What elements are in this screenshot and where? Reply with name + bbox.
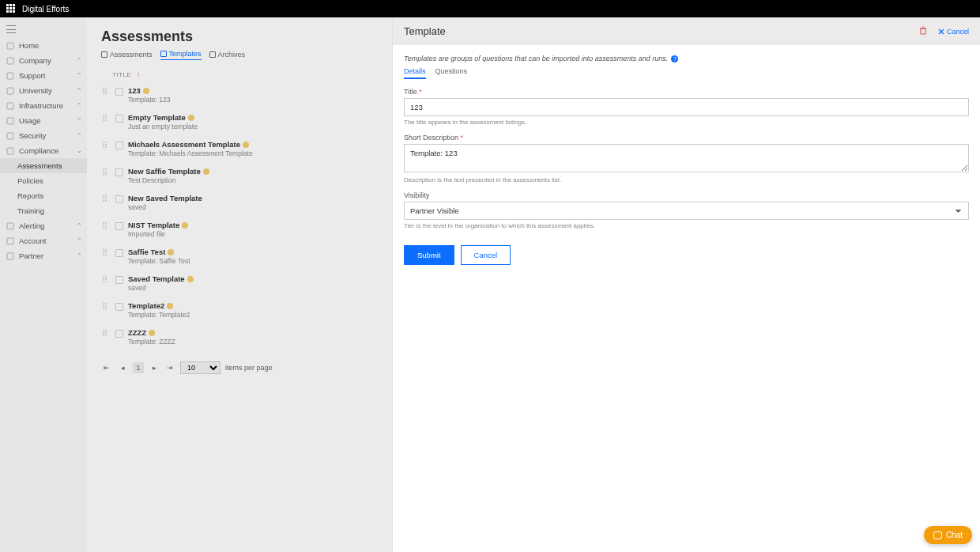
tab-icon	[160, 51, 167, 57]
drag-handle-icon[interactable]	[103, 276, 111, 284]
page-size-label: items per page	[225, 364, 273, 372]
delete-icon[interactable]	[919, 26, 927, 36]
sidebar-subitem-training[interactable]: Training	[0, 203, 87, 218]
top-bar: Digital Efforts	[0, 0, 980, 17]
chevron-up-icon: ⌃	[77, 57, 82, 64]
apps-grid-icon[interactable]	[6, 4, 16, 13]
visibility-select[interactable]: Partner Visible	[404, 202, 969, 220]
list-icon	[115, 88, 123, 96]
tab-icon	[101, 51, 107, 58]
list-icon	[115, 249, 123, 257]
sidebar-item-label: Home	[19, 41, 39, 50]
template-panel: Template Cancel Templates are groups of …	[392, 17, 980, 552]
svg-rect-11	[921, 28, 925, 34]
sidebar-subitem-reports[interactable]: Reports	[0, 188, 87, 203]
tab-archives[interactable]: Archives	[209, 51, 246, 60]
sidebar-item-university[interactable]: University⌃	[0, 83, 87, 98]
chevron-up-icon: ⌃	[77, 237, 82, 244]
status-badge	[182, 222, 188, 229]
nav-icon	[6, 252, 14, 260]
sidebar-item-account[interactable]: Account⌃	[0, 233, 87, 248]
panel-header: Template Cancel	[393, 17, 980, 45]
title-label: Title *	[404, 88, 969, 96]
drag-handle-icon[interactable]	[103, 168, 111, 176]
brand-name: Digital Efforts	[22, 5, 69, 13]
nav-icon	[6, 117, 14, 125]
status-badge	[188, 115, 194, 121]
visibility-hint: Tier is the level in the organization to…	[404, 222, 969, 229]
nav-icon	[6, 87, 14, 95]
sidebar-item-label: Usage	[19, 116, 40, 125]
sidebar-item-label: Infrastructure	[19, 101, 63, 110]
list-icon	[115, 222, 123, 230]
chat-widget[interactable]: Chat	[924, 526, 972, 544]
desc-input[interactable]	[404, 144, 969, 172]
help-icon[interactable]: ?	[671, 55, 678, 62]
tab-details[interactable]: Details	[404, 67, 426, 79]
status-badge	[243, 142, 249, 148]
list-icon	[115, 276, 123, 284]
panel-cancel[interactable]: Cancel	[938, 28, 969, 36]
drag-handle-icon[interactable]	[103, 222, 111, 230]
drag-handle-icon[interactable]	[103, 330, 111, 338]
submit-button[interactable]: Submit	[404, 245, 454, 265]
sort-ascending-icon: ↑	[137, 71, 141, 78]
svg-rect-1	[7, 58, 13, 64]
sidebar-item-alerting[interactable]: Alerting⌃	[0, 218, 87, 233]
tab-templates[interactable]: Templates	[160, 50, 202, 60]
status-badge	[168, 249, 174, 255]
tab-icon	[209, 51, 216, 58]
visibility-label: Visibility	[404, 191, 969, 199]
pager-prev[interactable]: ◂	[117, 362, 128, 373]
chat-icon	[933, 531, 942, 539]
sidebar-item-security[interactable]: Security⌃	[0, 128, 87, 143]
sidebar-item-compliance[interactable]: Compliance⌄	[0, 143, 87, 158]
drag-handle-icon[interactable]	[103, 303, 111, 311]
drag-handle-icon[interactable]	[103, 115, 111, 123]
title-hint: The title appears in the assessment list…	[404, 119, 969, 126]
cancel-button[interactable]: Cancel	[461, 245, 511, 265]
chevron-up-icon: ⌃	[77, 102, 82, 109]
pager-first[interactable]: ⇤	[101, 362, 112, 373]
svg-rect-5	[7, 118, 13, 124]
sidebar-item-label: Alerting	[19, 221, 44, 230]
sidebar-item-usage[interactable]: Usage⌃	[0, 113, 87, 128]
sidebar-item-label: Company	[19, 56, 51, 65]
status-badge	[187, 276, 194, 282]
sidebar-subitem-policies[interactable]: Policies	[0, 173, 87, 188]
sidebar: HomeCompany⌃Support⌃University⌃Infrastru…	[0, 17, 87, 552]
tab-assessments[interactable]: Assessments	[101, 51, 153, 60]
list-icon	[115, 330, 123, 338]
drag-handle-icon[interactable]	[103, 142, 111, 149]
sidebar-item-label: Support	[19, 71, 45, 80]
chevron-up-icon: ⌃	[77, 72, 82, 79]
sidebar-item-infrastructure[interactable]: Infrastructure⌃	[0, 98, 87, 113]
desc-hint: Description is the text presented in the…	[404, 176, 969, 183]
sidebar-item-label: Account	[19, 236, 46, 245]
drag-handle-icon[interactable]	[103, 195, 111, 203]
list-icon	[115, 115, 123, 123]
pager-next[interactable]: ▸	[149, 362, 160, 373]
page-size-select[interactable]: 10	[180, 361, 220, 374]
status-badge	[203, 168, 209, 175]
drag-handle-icon[interactable]	[103, 88, 111, 96]
svg-rect-10	[7, 253, 13, 259]
sidebar-item-partner[interactable]: Partner⌃	[0, 248, 87, 263]
pager-last[interactable]: ⇥	[164, 362, 175, 373]
list-icon	[115, 195, 123, 203]
sidebar-item-home[interactable]: Home	[0, 38, 87, 53]
sidebar-item-company[interactable]: Company⌃	[0, 53, 87, 68]
nav-icon	[6, 42, 14, 50]
svg-rect-4	[7, 103, 13, 109]
chevron-up-icon: ⌃	[77, 252, 82, 259]
sidebar-subitem-assessments[interactable]: Assessments	[0, 158, 87, 173]
chevron-down-icon: ⌄	[77, 147, 82, 154]
nav-icon	[6, 237, 14, 245]
pager-page[interactable]: 1	[133, 362, 144, 373]
menu-toggle[interactable]	[0, 21, 87, 38]
tab-questions[interactable]: Questions	[435, 67, 468, 79]
drag-handle-icon[interactable]	[103, 249, 111, 257]
svg-rect-8	[7, 223, 13, 229]
sidebar-item-support[interactable]: Support⌃	[0, 68, 87, 83]
title-input[interactable]	[404, 98, 969, 116]
